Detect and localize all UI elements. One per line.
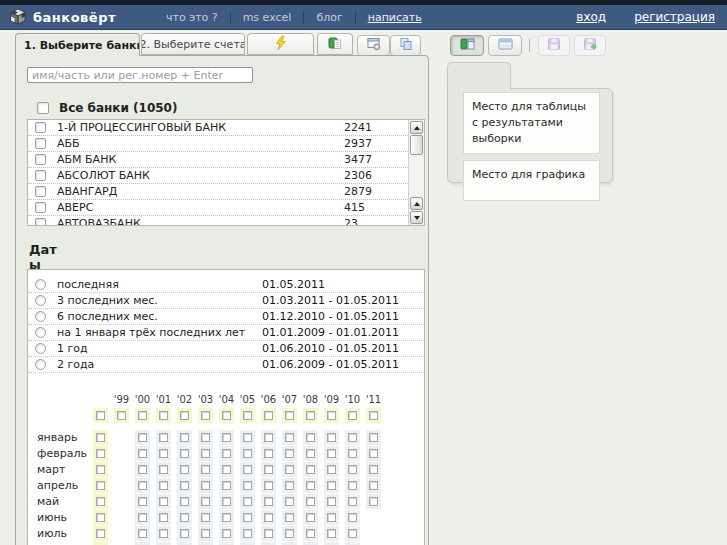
month-year-checkbox[interactable] bbox=[261, 542, 276, 545]
month-year-checkbox[interactable] bbox=[198, 510, 213, 525]
month-year-checkbox[interactable] bbox=[303, 542, 318, 545]
month-year-checkbox-box[interactable] bbox=[201, 513, 210, 522]
month-year-checkbox-box[interactable] bbox=[369, 433, 378, 442]
month-year-checkbox[interactable] bbox=[282, 462, 297, 477]
month-year-checkbox-box[interactable] bbox=[285, 497, 294, 506]
month-year-checkbox-box[interactable] bbox=[306, 433, 315, 442]
run-query-button[interactable] bbox=[247, 33, 314, 55]
month-year-checkbox[interactable] bbox=[303, 446, 318, 461]
header-menu-item[interactable]: написать bbox=[355, 11, 434, 24]
month-year-checkbox-box[interactable] bbox=[243, 497, 252, 506]
month-year-checkbox-box[interactable] bbox=[264, 481, 273, 490]
month-year-checkbox[interactable] bbox=[366, 462, 381, 477]
month-year-checkbox[interactable] bbox=[219, 526, 234, 541]
month-year-checkbox-box[interactable] bbox=[138, 529, 147, 538]
month-year-checkbox-box[interactable] bbox=[327, 497, 336, 506]
month-year-checkbox[interactable] bbox=[177, 510, 192, 525]
bank-row[interactable]: 1-Й ПРОЦЕССИНГОВЫЙ БАНК 2241 bbox=[28, 120, 424, 136]
bank-list-scrollbar[interactable] bbox=[408, 120, 424, 225]
month-year-checkbox-box[interactable] bbox=[285, 465, 294, 474]
month-year-checkbox-box[interactable] bbox=[285, 513, 294, 522]
month-year-checkbox[interactable] bbox=[135, 462, 150, 477]
month-year-checkbox-box[interactable] bbox=[306, 529, 315, 538]
month-year-checkbox[interactable] bbox=[240, 462, 255, 477]
month-year-checkbox-box[interactable] bbox=[159, 481, 168, 490]
month-year-checkbox[interactable] bbox=[282, 542, 297, 545]
month-select-checkbox[interactable] bbox=[93, 510, 108, 525]
month-year-checkbox-box[interactable] bbox=[264, 513, 273, 522]
month-year-checkbox[interactable] bbox=[261, 526, 276, 541]
month-year-checkbox-box[interactable] bbox=[159, 529, 168, 538]
month-select-checkbox[interactable] bbox=[93, 446, 108, 461]
month-year-checkbox-box[interactable] bbox=[348, 481, 357, 490]
month-year-checkbox-box[interactable] bbox=[201, 481, 210, 490]
date-preset-row[interactable]: 2 года 01.06.2009 - 01.05.2011 bbox=[28, 357, 424, 373]
month-select-checkbox[interactable] bbox=[93, 478, 108, 493]
month-year-checkbox-box[interactable] bbox=[264, 529, 273, 538]
month-year-checkbox-box[interactable] bbox=[138, 449, 147, 458]
month-select-checkbox-box[interactable] bbox=[96, 529, 105, 538]
month-year-checkbox-box[interactable] bbox=[264, 497, 273, 506]
year-select-checkbox-box[interactable] bbox=[243, 411, 252, 420]
month-year-checkbox[interactable] bbox=[345, 478, 360, 493]
year-select-checkbox[interactable] bbox=[261, 408, 276, 423]
month-year-checkbox[interactable] bbox=[261, 462, 276, 477]
month-year-checkbox[interactable] bbox=[219, 494, 234, 509]
date-preset-radio[interactable] bbox=[35, 295, 46, 306]
month-year-checkbox-box[interactable] bbox=[369, 449, 378, 458]
year-select-checkbox[interactable] bbox=[345, 408, 360, 423]
month-year-checkbox-box[interactable] bbox=[201, 529, 210, 538]
select-all-months-checkbox-box[interactable] bbox=[96, 411, 105, 420]
month-year-checkbox[interactable] bbox=[240, 526, 255, 541]
month-year-checkbox[interactable] bbox=[303, 462, 318, 477]
month-year-checkbox[interactable] bbox=[219, 542, 234, 545]
header-menu-item[interactable]: что это ? bbox=[154, 11, 230, 24]
bank-row[interactable]: АВТОВАЗБАНК 23 bbox=[28, 216, 424, 226]
date-preset-row[interactable]: 6 последних мес. 01.12.2010 - 01.05.2011 bbox=[28, 309, 424, 325]
month-year-checkbox[interactable] bbox=[282, 494, 297, 509]
month-year-checkbox-box[interactable] bbox=[201, 497, 210, 506]
login-link[interactable]: вход bbox=[576, 10, 606, 24]
year-select-checkbox-box[interactable] bbox=[201, 411, 210, 420]
year-select-checkbox[interactable] bbox=[324, 408, 339, 423]
year-select-checkbox-box[interactable] bbox=[369, 411, 378, 420]
month-year-checkbox[interactable] bbox=[240, 542, 255, 545]
month-select-checkbox-box[interactable] bbox=[96, 433, 105, 442]
month-year-checkbox[interactable] bbox=[324, 462, 339, 477]
month-year-checkbox[interactable] bbox=[198, 542, 213, 545]
excel-export-button[interactable] bbox=[317, 33, 353, 55]
month-year-checkbox-box[interactable] bbox=[285, 433, 294, 442]
select-all-banks-checkbox[interactable] bbox=[37, 102, 49, 114]
month-year-checkbox[interactable] bbox=[324, 478, 339, 493]
year-select-checkbox[interactable] bbox=[156, 408, 171, 423]
month-year-checkbox-box[interactable] bbox=[306, 513, 315, 522]
date-preset-radio[interactable] bbox=[35, 311, 46, 322]
year-select-checkbox-box[interactable] bbox=[327, 411, 336, 420]
month-year-checkbox-box[interactable] bbox=[159, 433, 168, 442]
month-select-checkbox-box[interactable] bbox=[96, 449, 105, 458]
date-preset-row[interactable]: 1 год 01.06.2010 - 01.05.2011 bbox=[28, 341, 424, 357]
tab-banks-and-dates[interactable]: 1. Выберите банки и да bbox=[15, 33, 140, 56]
select-all-banks[interactable]: Все банки (1050) bbox=[37, 101, 177, 115]
year-select-checkbox[interactable] bbox=[135, 408, 150, 423]
month-year-checkbox-box[interactable] bbox=[243, 513, 252, 522]
year-select-checkbox-box[interactable] bbox=[264, 411, 273, 420]
month-year-checkbox-box[interactable] bbox=[348, 465, 357, 474]
month-year-checkbox[interactable] bbox=[324, 446, 339, 461]
month-year-checkbox[interactable] bbox=[345, 510, 360, 525]
month-year-checkbox[interactable] bbox=[324, 494, 339, 509]
year-select-checkbox-box[interactable] bbox=[306, 411, 315, 420]
year-select-checkbox-box[interactable] bbox=[159, 411, 168, 420]
month-year-checkbox-box[interactable] bbox=[159, 513, 168, 522]
month-year-checkbox[interactable] bbox=[135, 526, 150, 541]
month-year-checkbox-box[interactable] bbox=[222, 497, 231, 506]
month-year-checkbox[interactable] bbox=[156, 526, 171, 541]
month-year-checkbox[interactable] bbox=[303, 430, 318, 445]
month-year-checkbox-box[interactable] bbox=[327, 481, 336, 490]
year-select-checkbox-box[interactable] bbox=[348, 411, 357, 420]
month-year-checkbox-box[interactable] bbox=[264, 449, 273, 458]
month-year-checkbox-box[interactable] bbox=[306, 481, 315, 490]
month-year-checkbox-box[interactable] bbox=[243, 433, 252, 442]
month-year-checkbox[interactable] bbox=[135, 494, 150, 509]
month-year-checkbox[interactable] bbox=[198, 526, 213, 541]
